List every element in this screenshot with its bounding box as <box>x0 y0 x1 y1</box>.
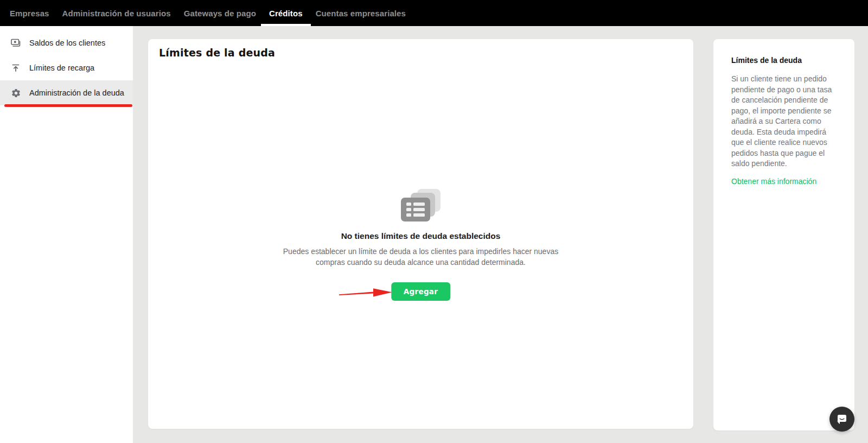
sidebar-item-label: Límites de recarga <box>29 64 94 72</box>
empty-state: No tienes límites de deuda establecidos … <box>148 189 693 301</box>
sidebar-item-label: Administración de la deuda <box>29 88 124 97</box>
annotation-red-underline <box>4 104 132 107</box>
banknote-icon <box>10 37 21 48</box>
info-panel-body: Si un cliente tiene un pedido pendiente … <box>731 74 838 169</box>
page-title: Límites de la deuda <box>159 47 275 59</box>
learn-more-link[interactable]: Obtener más información <box>731 177 816 186</box>
chat-widget-button[interactable] <box>829 407 854 432</box>
sidebar-item-saldos-de-los-clientes[interactable]: Saldos de los clientes <box>0 30 133 55</box>
agregar-button[interactable]: Agregar <box>391 282 450 301</box>
info-panel: Límites de la deuda Si un cliente tiene … <box>713 39 854 431</box>
sidebar: Saldos de los clientes Límites de recarg… <box>0 26 133 443</box>
upload-limit-icon <box>10 62 21 73</box>
chat-bubble-icon <box>835 413 848 426</box>
gear-icon <box>10 87 21 98</box>
nav-tab-gateways-de-pago[interactable]: Gateways de pago <box>184 0 256 26</box>
nav-tab-administracion-de-usuarios[interactable]: Administración de usuarios <box>62 0 171 26</box>
nav-tab-cuentas-empresariales[interactable]: Cuentas empresariales <box>316 0 406 26</box>
annotation-red-arrow <box>339 286 392 298</box>
empty-state-description: Puedes establecer un límite de deuda a l… <box>283 246 559 268</box>
stacked-list-icon <box>401 189 441 223</box>
main-card: Límites de la deuda No tienes límites de… <box>148 39 693 429</box>
top-navbar: Empresas Administración de usuarios Gate… <box>0 0 868 26</box>
info-panel-title: Límites de la deuda <box>731 56 838 65</box>
empty-state-title: No tienes límites de deuda establecidos <box>148 231 693 241</box>
sidebar-item-administracion-de-la-deuda[interactable]: Administración de la deuda <box>0 80 133 105</box>
sidebar-item-label: Saldos de los clientes <box>29 39 105 47</box>
nav-tab-creditos[interactable]: Créditos <box>269 0 303 26</box>
button-row: Agregar <box>148 282 693 301</box>
nav-tab-empresas[interactable]: Empresas <box>10 0 49 26</box>
sidebar-item-limites-de-recarga[interactable]: Límites de recarga <box>0 55 133 80</box>
